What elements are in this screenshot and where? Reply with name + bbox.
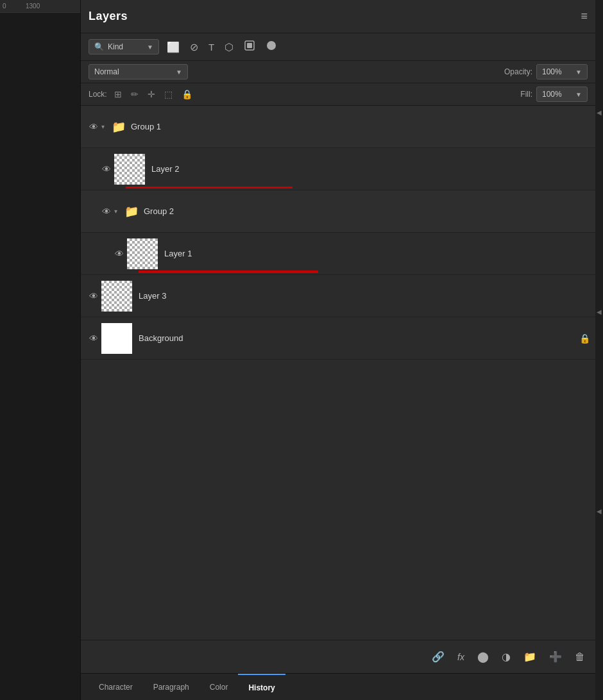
svg-rect-1 <box>247 43 252 48</box>
shape-filter-icon[interactable]: ⬡ <box>222 38 236 56</box>
lock-all-icon[interactable]: 🔒 <box>180 88 194 101</box>
collapse-arrow-icon[interactable]: ▾ <box>114 208 124 215</box>
visibility-icon[interactable]: 👁 <box>99 206 114 217</box>
tab-history[interactable]: History <box>238 674 285 700</box>
fill-circle-icon[interactable]: ⬤ <box>475 648 491 665</box>
layers-panel: Layers ≡ 🔍 Kind ▼ ⬜ ⊘ T ⬡ Normal ▼ <box>80 0 595 700</box>
lock-artboard-icon[interactable]: ⬚ <box>162 88 174 101</box>
layer-name: Group 2 <box>144 206 590 216</box>
delete-layer-icon[interactable]: 🗑 <box>572 649 588 665</box>
layer-row[interactable]: 👁 ▾ 📁 Group 2 <box>81 190 595 233</box>
layer-name: Layer 3 <box>139 291 590 301</box>
kind-dropdown[interactable]: 🔍 Kind ▼ <box>89 39 159 54</box>
right-arrow-bot: ◀ <box>597 508 602 515</box>
fill-label: Fill: <box>520 90 532 99</box>
smart-filter-icon[interactable] <box>241 37 258 56</box>
svg-point-2 <box>267 41 276 50</box>
layer-lock-icon: 🔒 <box>579 333 590 344</box>
tab-paragraph[interactable]: Paragraph <box>143 674 200 700</box>
opacity-value: 100% <box>542 67 562 76</box>
search-icon: 🔍 <box>94 42 104 51</box>
panel-title: Layers <box>89 10 128 23</box>
transparent-thumbnail <box>114 154 145 185</box>
blend-chevron-icon: ▼ <box>176 69 182 76</box>
fill-group: Fill: 100% ▼ <box>520 87 588 102</box>
ruler-number-1300: 1300 <box>26 3 40 10</box>
right-arrow-top: ◀ <box>597 109 602 116</box>
lock-fill-toolbar: Lock: ⊞ ✏ ✛ ⬚ 🔒 Fill: 100% ▼ <box>81 83 595 106</box>
adjustment-layer-icon[interactable]: ◑ <box>499 648 513 665</box>
lock-move-icon[interactable]: ✛ <box>146 88 157 101</box>
right-arrow-mid: ◀ <box>597 308 602 315</box>
layer-thumbnail <box>101 281 132 312</box>
fx-icon[interactable]: fx <box>455 649 467 665</box>
folder-icon: 📁 <box>124 204 139 219</box>
bottom-tabs: Character Paragraph Color History <box>81 673 595 700</box>
adjustment-filter-icon[interactable]: ⊘ <box>187 38 201 56</box>
blend-mode-label: Normal <box>94 67 119 76</box>
layer-thumbnail <box>114 154 145 185</box>
right-panel-arrows: ◀ ◀ ◀ <box>595 0 603 700</box>
lock-pixels-icon[interactable]: ⊞ <box>112 88 124 101</box>
kind-filter-toolbar: 🔍 Kind ▼ ⬜ ⊘ T ⬡ <box>81 33 595 61</box>
layers-list: 👁 ▾ 📁 Group 1 👁 Layer 2 👁 ▾ 📁 Group 2 👁 <box>81 106 595 640</box>
collapse-arrow-icon[interactable]: ▾ <box>101 123 112 130</box>
opacity-input[interactable]: 100% ▼ <box>536 64 588 79</box>
bottom-toolbar: 🔗 fx ⬤ ◑ 📁 ➕ 🗑 <box>81 640 595 673</box>
fill-input[interactable]: 100% ▼ <box>536 87 588 102</box>
layer-row[interactable]: 👁 ▾ 📁 Group 1 <box>81 106 595 148</box>
opacity-group: Opacity: 100% ▼ <box>504 64 588 79</box>
visibility-icon[interactable]: 👁 <box>112 249 127 259</box>
kind-label: Kind <box>108 42 123 51</box>
link-layers-icon[interactable]: 🔗 <box>429 648 447 665</box>
visibility-icon[interactable]: 👁 <box>86 333 101 344</box>
new-group-icon[interactable]: 📁 <box>521 648 539 665</box>
layer-row[interactable]: 👁 Layer 3 <box>81 275 595 317</box>
layer-name: Layer 1 <box>164 249 590 258</box>
layer-row[interactable]: 👁 Background 🔒 <box>81 317 595 360</box>
left-ruler: 0 1300 <box>0 0 80 700</box>
layer-thumbnail <box>101 323 132 354</box>
layer-thumbnail <box>127 238 158 269</box>
blend-mode-dropdown[interactable]: Normal ▼ <box>89 64 188 79</box>
new-layer-icon[interactable]: ➕ <box>547 648 565 665</box>
ruler-top: 0 1300 <box>0 0 80 13</box>
layer-name: Layer 2 <box>151 164 590 174</box>
folder-icon: 📁 <box>112 120 126 134</box>
visibility-icon[interactable]: 👁 <box>86 122 101 132</box>
white-thumbnail <box>101 323 132 354</box>
panel-menu-button[interactable]: ≡ <box>581 10 588 23</box>
opacity-label: Opacity: <box>504 67 532 76</box>
layer-name: Group 1 <box>131 122 590 131</box>
transparent-thumbnail <box>101 281 132 312</box>
lock-label: Lock: <box>89 90 107 99</box>
image-filter-icon[interactable]: ⬜ <box>164 38 182 56</box>
tab-character[interactable]: Character <box>89 674 143 700</box>
fill-value: 100% <box>542 90 562 99</box>
layer-row[interactable]: 👁 Layer 1 <box>81 233 595 275</box>
visibility-icon[interactable]: 👁 <box>86 291 101 301</box>
lock-paint-icon[interactable]: ✏ <box>129 88 140 101</box>
tab-color[interactable]: Color <box>200 674 239 700</box>
transparent-thumbnail <box>127 238 158 269</box>
ruler-number-0: 0 <box>3 3 6 10</box>
panel-header: Layers ≡ <box>81 0 595 33</box>
blend-opacity-toolbar: Normal ▼ Opacity: 100% ▼ <box>81 61 595 83</box>
pixel-filter-icon[interactable] <box>263 37 280 56</box>
drag-indicator <box>139 271 318 273</box>
layer-row[interactable]: 👁 Layer 2 <box>81 148 595 190</box>
layer-name: Background <box>139 333 579 343</box>
fill-chevron-icon: ▼ <box>575 91 582 98</box>
opacity-chevron-icon: ▼ <box>575 69 582 76</box>
drag-indicator <box>126 187 293 188</box>
text-filter-icon[interactable]: T <box>206 39 217 55</box>
kind-chevron-icon: ▼ <box>147 44 153 51</box>
visibility-icon[interactable]: 👁 <box>99 164 114 174</box>
